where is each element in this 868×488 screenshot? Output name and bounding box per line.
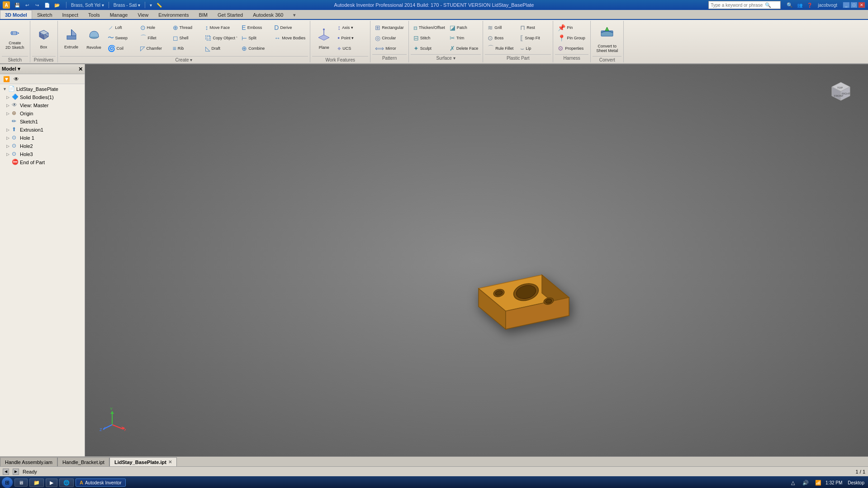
- tree-item-root[interactable]: ▼ 📄 LidStay_BasePlate: [1, 85, 84, 93]
- draft-button[interactable]: ◺ Draft: [204, 43, 239, 53]
- fillet-button[interactable]: ⌒ Fillet: [138, 33, 170, 43]
- sculpt-button[interactable]: ✦ Sculpt: [412, 43, 447, 53]
- axis-button[interactable]: ↕ Axis ▾: [336, 23, 367, 33]
- ucs-button[interactable]: ⌖ UCS: [336, 43, 367, 53]
- feature-name[interactable]: ▾: [150, 3, 152, 8]
- plane-button[interactable]: Plane: [313, 23, 335, 55]
- stitch-button[interactable]: ⊟ Stitch: [412, 33, 447, 43]
- taskbar-inventor[interactable]: A Autodesk Inventor: [76, 479, 126, 487]
- tree-item-hole1[interactable]: ▷ ⊙ Hole 1: [1, 134, 84, 142]
- boss-button[interactable]: ⊙ Boss: [486, 33, 517, 43]
- minimize-button[interactable]: _: [843, 2, 850, 8]
- snap-fit-button[interactable]: ⟦ Snap Fit: [518, 33, 550, 43]
- sidebar-close-button[interactable]: ✕: [78, 66, 83, 72]
- qa-open[interactable]: 📂: [52, 1, 62, 9]
- sweep-button[interactable]: 〜 Sweep: [106, 33, 138, 43]
- mirror-button[interactable]: ⟺ Mirror: [373, 43, 406, 53]
- tree-item-origin[interactable]: ▷ ⊕ Origin: [1, 109, 84, 118]
- thread-button[interactable]: ⊕ Thread: [171, 23, 203, 33]
- tab-bim[interactable]: BIM: [194, 10, 213, 19]
- sidebar-view-button[interactable]: 👁: [12, 76, 20, 83]
- taskbar-media[interactable]: ▶: [46, 479, 57, 487]
- create-group-label[interactable]: Create ▾: [60, 56, 308, 63]
- help-search-icon[interactable]: 🔍: [785, 1, 794, 9]
- show-hidden-icons[interactable]: △: [787, 477, 798, 488]
- hole-button[interactable]: ⊙ Hole: [138, 23, 170, 33]
- shell-button[interactable]: ◻ Shell: [171, 33, 203, 43]
- point-button[interactable]: • Point ▾: [336, 33, 367, 43]
- revolve-button[interactable]: Revolve: [83, 23, 105, 55]
- search-bar[interactable]: 🔍: [708, 1, 781, 9]
- rule-fillet-button[interactable]: ⌒ Rule Fillet: [486, 43, 517, 53]
- tree-item-sketch1[interactable]: ✏ Sketch1: [1, 118, 84, 126]
- qa-save[interactable]: 💾: [13, 1, 22, 9]
- status-nav-left[interactable]: ◀: [3, 469, 9, 475]
- convert-sheet-metal-button[interactable]: Convert toSheet Metal: [593, 23, 621, 55]
- help-community[interactable]: 👥: [795, 1, 804, 9]
- chamfer-button[interactable]: ◸ Chamfer: [138, 43, 170, 53]
- move-bodies-button[interactable]: ↔ Move Bodies: [272, 33, 307, 43]
- navigation-cube[interactable]: TOP FRONT RIGHT: [823, 73, 859, 109]
- patch-button[interactable]: ◪ Patch: [448, 23, 480, 33]
- qa-new[interactable]: 📄: [43, 1, 52, 9]
- taskbar-folder[interactable]: 📁: [29, 479, 44, 487]
- search-input[interactable]: [711, 3, 765, 8]
- move-face-button[interactable]: ↕ Move Face: [204, 23, 239, 33]
- loft-button[interactable]: ⟋ Loft: [106, 23, 138, 33]
- copy-object-button[interactable]: ⿻ Copy Object ': [204, 33, 239, 43]
- emboss-button[interactable]: Ε Emboss: [240, 23, 271, 33]
- tab-3d-model[interactable]: 3D Model: [0, 10, 32, 19]
- doc-tab-handle-assembly[interactable]: Handle Assembly.iam: [0, 457, 57, 466]
- lip-button[interactable]: ⌣ Lip: [518, 43, 550, 53]
- rectangular-button[interactable]: ⊞ Rectangular: [373, 23, 406, 33]
- tab-tools[interactable]: Tools: [83, 10, 105, 19]
- thicken-offset-button[interactable]: ⧈ Thicken/Offset: [412, 23, 447, 33]
- status-nav-right[interactable]: ▶: [13, 469, 19, 475]
- tree-item-solid-bodies[interactable]: ▷ 🔷 Solid Bodies(1): [1, 93, 84, 101]
- doc-tab-handle-bracket[interactable]: Handle_Bracket.ipt: [57, 457, 109, 466]
- tab-inspect[interactable]: Inspect: [57, 10, 83, 19]
- create-2d-sketch-button[interactable]: ✏ Create2D Sketch: [3, 23, 27, 55]
- help-btn[interactable]: ❓: [805, 1, 814, 9]
- close-button[interactable]: ✕: [858, 2, 865, 8]
- tab-manage[interactable]: Manage: [105, 10, 133, 19]
- rib-button[interactable]: ≡ Rib: [171, 43, 203, 53]
- taskbar-explorer[interactable]: 🖥: [14, 479, 28, 487]
- doc-tab-lidstay-baseplate[interactable]: LidStay_BasePlate.ipt ✕: [109, 457, 177, 466]
- combine-button[interactable]: ⊕ Combine: [240, 43, 271, 53]
- network-icon[interactable]: 📶: [813, 477, 824, 488]
- tab-autodesk-360[interactable]: Autodesk 360: [248, 10, 288, 19]
- rest-button[interactable]: ⊓ Rest: [518, 23, 550, 33]
- sidebar-filter-button[interactable]: 🔽: [2, 76, 11, 83]
- extrude-button[interactable]: Extrude: [61, 23, 82, 55]
- tab-sketch[interactable]: Sketch: [32, 10, 57, 19]
- tree-item-extrusion1[interactable]: ▷ ⬆ Extrusion1: [1, 126, 84, 134]
- qa-undo[interactable]: ↩: [23, 1, 32, 9]
- delete-face-button[interactable]: ✗ Delete Face: [448, 43, 480, 53]
- taskbar-browser[interactable]: 🌐: [59, 479, 74, 487]
- doc-tab-close-button[interactable]: ✕: [168, 460, 172, 464]
- properties-button[interactable]: ⚙ Properties: [556, 43, 588, 53]
- circular-button[interactable]: ◎ Circular: [373, 33, 406, 43]
- username[interactable]: jacobvogt: [818, 3, 837, 8]
- material-name[interactable]: Brass, Soft Yel ▾: [71, 3, 104, 8]
- trim-button[interactable]: ✂ Trim: [448, 33, 480, 43]
- grill-button[interactable]: ≋ Grill: [486, 23, 517, 33]
- desktop-button[interactable]: Desktop: [846, 480, 866, 485]
- volume-icon[interactable]: 🔊: [800, 477, 811, 488]
- viewport[interactable]: X Y Z TOP FR: [85, 64, 868, 456]
- appearance-name[interactable]: Brass - Sati ▾: [114, 3, 140, 8]
- tab-more[interactable]: ▾: [290, 11, 299, 19]
- tab-view[interactable]: View: [133, 10, 153, 19]
- tab-get-started[interactable]: Get Started: [213, 10, 248, 19]
- start-button[interactable]: ⊞: [2, 477, 13, 488]
- pin-group-button[interactable]: 📍 Pin Group: [556, 33, 588, 43]
- surface-group-label[interactable]: Surface ▾: [411, 54, 481, 62]
- tree-item-end-of-part[interactable]: ⛔ End of Part: [1, 158, 84, 166]
- coil-button[interactable]: 🌀 Coil: [106, 43, 138, 53]
- box-button[interactable]: Box: [33, 23, 55, 55]
- maximize-button[interactable]: □: [850, 2, 858, 8]
- qa-measure[interactable]: 📏: [155, 1, 164, 9]
- tab-environments[interactable]: Environments: [153, 10, 194, 19]
- tree-item-view-master[interactable]: ▷ 👁 View: Master: [1, 101, 84, 109]
